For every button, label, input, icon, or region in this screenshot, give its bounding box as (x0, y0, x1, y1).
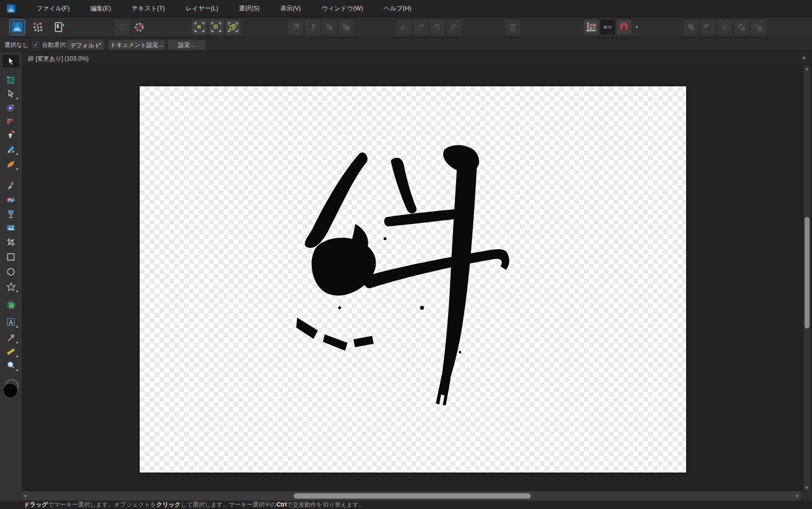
document-tab[interactable]: 絆 [変更あり] (103.0%) (28, 55, 89, 63)
fill-tool[interactable] (2, 193, 19, 206)
corner-icon (6, 116, 15, 125)
ellipse-tool[interactable] (2, 265, 19, 278)
designer-persona-button[interactable] (10, 20, 25, 35)
menu-help[interactable]: ヘルプ(H) (374, 0, 422, 17)
move-forward-icon (308, 23, 317, 32)
boolean-xor-button (734, 20, 749, 35)
text-tool[interactable]: A (2, 316, 19, 328)
shape-builder-tool[interactable] (2, 298, 19, 311)
star-tool[interactable] (2, 280, 19, 293)
wine-glass-icon (6, 210, 15, 218)
flyout-indicator (16, 97, 18, 99)
status-segment: でマーキー選択します。オブジェクトを (48, 501, 156, 508)
scroll-up-icon[interactable]: ▲ (805, 66, 809, 71)
place-image-tool[interactable] (2, 221, 19, 234)
toolbar-separator (49, 22, 49, 33)
point-transform-icon (6, 103, 15, 112)
move-forward-button (305, 20, 320, 35)
scroll-left-icon[interactable]: ◂ (24, 493, 26, 498)
selection-preset-dropdown[interactable]: デフォルト ▾ (67, 40, 104, 50)
move-cursor-icon (6, 57, 15, 66)
main-toolbar: ▾ (0, 18, 812, 37)
selection-status: 選択なし (4, 41, 29, 49)
boolean-subtract-icon (703, 23, 712, 32)
rectangle-tool[interactable] (2, 251, 19, 263)
move-backward-icon (325, 23, 334, 32)
context-toolbar: 選択なし ✓ 自動選択: デフォルト ▾ ドキュメント設定... 設定... (0, 38, 812, 51)
canvas-viewport[interactable] (22, 65, 812, 501)
flip-vertical-icon (416, 23, 425, 32)
menu-text[interactable]: テキスト(T) (121, 0, 175, 17)
scroll-right-icon[interactable]: ▸ (796, 493, 799, 498)
kizuna-calligraphy-artwork[interactable] (296, 145, 533, 417)
fill-color-swatch (3, 383, 18, 398)
document-settings-button[interactable]: ドキュメント設定... (109, 40, 165, 50)
node-tool[interactable] (2, 87, 19, 100)
menu-layer[interactable]: レイヤー(L) (175, 0, 229, 17)
move-backward-button (322, 20, 337, 35)
chevron-down-icon: ▾ (636, 25, 638, 30)
pen-tool[interactable] (2, 128, 19, 141)
app-logo-icon (7, 4, 15, 13)
vector-crop-tool[interactable] (2, 236, 19, 249)
force-pixel-alignment-button[interactable] (600, 20, 615, 35)
boolean-xor-icon (737, 23, 746, 32)
artboard-tool[interactable] (2, 73, 19, 86)
toggle-grid-button[interactable] (584, 20, 599, 35)
pixel-persona-icon (33, 22, 43, 32)
horizontal-scrollbar[interactable]: ◂ ▸ (22, 491, 801, 501)
snap-to-grid-button[interactable] (192, 20, 207, 35)
pencil-tool[interactable] (2, 143, 19, 156)
vertical-scrollbar-thumb[interactable] (805, 217, 810, 328)
status-segment: で交差動作を切り替えます。 (287, 501, 365, 508)
menu-select[interactable]: 選択(S) (229, 0, 270, 17)
vector-brush-tool[interactable] (2, 158, 19, 171)
menu-window[interactable]: ウィンドウ(W) (311, 0, 373, 17)
flyout-indicator (16, 153, 18, 155)
zoom-tool[interactable] (2, 359, 19, 372)
menu-view[interactable]: 表示(V) (270, 0, 311, 17)
toggle-snapping-button[interactable] (617, 20, 631, 35)
rotate-cw-icon (450, 23, 459, 32)
shape-builder-icon (6, 300, 16, 310)
move-tool[interactable] (2, 55, 19, 68)
flip-horizontal-button (396, 20, 411, 35)
pixel-persona-button[interactable] (31, 20, 45, 35)
menu-edit[interactable]: 編集(E) (80, 0, 121, 17)
magnet-icon (619, 22, 629, 33)
fill-stroke-color-indicator[interactable] (2, 378, 20, 402)
point-transform-tool[interactable] (2, 101, 19, 114)
snapping-options-chevron[interactable]: ▾ (633, 20, 641, 35)
ellipse-icon (6, 267, 15, 276)
status-segment: Ctrl (276, 501, 287, 508)
status-segment: ドラッグ (24, 501, 48, 508)
flyout-indicator (16, 341, 18, 343)
menu-file[interactable]: ファイル(F) (26, 0, 80, 17)
vertical-scrollbar[interactable]: ▲ ▼ (804, 65, 811, 491)
boolean-subtract-button (700, 20, 715, 35)
move-to-back-button (339, 20, 353, 35)
close-icon[interactable]: × (800, 54, 808, 62)
export-persona-button[interactable] (52, 20, 67, 35)
knife-tool[interactable] (2, 179, 19, 192)
transparency-tool[interactable] (2, 208, 19, 220)
color-picker-tool[interactable] (2, 331, 19, 344)
move-to-front-button (288, 20, 303, 35)
corner-tool[interactable] (2, 114, 19, 127)
assets-gear-button[interactable] (132, 20, 147, 35)
snap-to-pixels-button[interactable] (209, 20, 224, 35)
fill-gradient-icon (6, 195, 15, 204)
document-canvas[interactable] (140, 86, 686, 473)
auto-select-checkbox[interactable]: ✓ (33, 41, 39, 48)
settings-button[interactable]: 設定... (168, 40, 205, 50)
flyout-indicator (16, 290, 18, 292)
horizontal-scrollbar-thumb[interactable] (294, 493, 531, 499)
alignment-icon (508, 23, 517, 32)
snap-grid-sparse-icon (194, 22, 205, 33)
snap-to-objects-button[interactable] (226, 20, 240, 35)
designer-persona-icon (12, 22, 23, 33)
crop-icon (6, 238, 15, 247)
flip-vertical-button (413, 20, 428, 35)
measure-tool[interactable] (2, 345, 19, 358)
scroll-down-icon[interactable]: ▼ (805, 485, 809, 490)
